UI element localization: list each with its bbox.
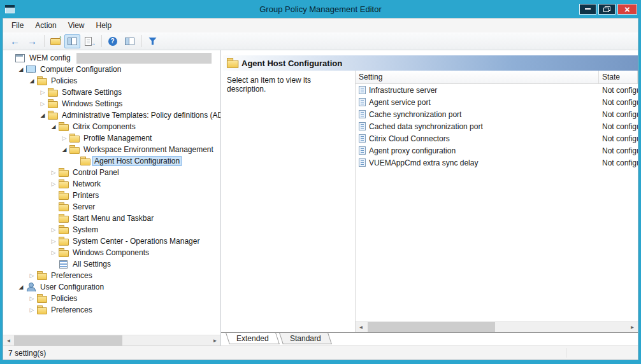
minimize-button[interactable]	[579, 4, 596, 15]
collapse-icon[interactable]: ◢	[17, 284, 25, 290]
setting-name: Citrix Cloud Connectors	[369, 134, 450, 143]
list-horizontal-scrollbar[interactable]: ◄ ►	[356, 321, 638, 332]
setting-cell: Cache synchronization port	[356, 110, 599, 119]
tree-item-label: All Settings	[71, 259, 113, 269]
tree-item-system-center-operations-manager[interactable]: ▷System Center - Operations Manager	[3, 235, 220, 247]
policy-setting-icon	[359, 122, 366, 130]
tree-item-printers[interactable]: Printers	[3, 190, 220, 201]
console-icon	[15, 53, 25, 62]
policy-setting-icon	[359, 86, 366, 94]
setting-cell: Cached data synchronization port	[356, 122, 599, 131]
setting-cell: Infrastructure server	[356, 86, 599, 95]
column-header-state[interactable]: State	[599, 71, 638, 83]
tree-item-preferences[interactable]: ▷Preferences	[3, 270, 220, 281]
title-bar: Group Policy Management Editor	[3, 0, 638, 18]
setting-row-citrix-cloud-connectors[interactable]: Citrix Cloud ConnectorsNot configured	[356, 132, 638, 144]
tree-item-policies[interactable]: ◢Policies	[3, 75, 220, 87]
collapse-icon[interactable]: ◢	[49, 124, 58, 130]
tab-extended[interactable]: Extended	[226, 333, 280, 344]
tree-horizontal-scrollbar[interactable]: ◄ ►	[3, 335, 220, 346]
column-header-setting[interactable]: Setting	[356, 71, 599, 83]
setting-row-cache-synchronization-port[interactable]: Cache synchronization portNot configured	[356, 108, 638, 120]
maximize-button[interactable]	[598, 4, 616, 15]
tree-item-workspace-environment-management[interactable]: ◢Workspace Environment Management	[3, 144, 220, 155]
expand-icon[interactable]: ▷	[38, 101, 47, 107]
setting-name: Infrastructure server	[369, 86, 437, 95]
close-button[interactable]	[617, 4, 637, 15]
tree-item-preferences[interactable]: ▷Preferences	[3, 304, 220, 316]
tree-item-profile-management[interactable]: ▷Profile Management	[3, 132, 220, 144]
tree-item-all-settings[interactable]: All Settings	[3, 258, 220, 270]
tree-item-server[interactable]: Server	[3, 201, 220, 213]
filter-button[interactable]	[145, 34, 161, 48]
scroll-left-icon[interactable]: ◄	[356, 322, 366, 332]
scrollbar-track[interactable]	[366, 322, 627, 332]
tree-item-label: Preferences	[49, 305, 94, 315]
tree-item-label: Citrix Components	[71, 122, 138, 132]
expand-icon[interactable]: ▷	[49, 227, 58, 233]
expand-icon[interactable]: ▷	[49, 250, 58, 256]
policy-setting-icon	[359, 146, 366, 155]
tree-item-computer-configuration[interactable]: ◢Computer Configuration	[3, 64, 220, 75]
menu-view[interactable]: View	[62, 19, 90, 32]
menu-action[interactable]: Action	[29, 19, 62, 32]
toolbar	[3, 32, 638, 50]
main-area: WEM config◢Computer Configuration◢Polici…	[3, 50, 638, 346]
forward-button[interactable]	[24, 34, 40, 48]
tree-item-control-panel[interactable]: ▷Control Panel	[3, 167, 220, 178]
collapse-icon[interactable]: ◢	[60, 147, 69, 153]
expand-icon[interactable]: ▷	[49, 239, 58, 244]
tree-item-policies[interactable]: ▷Policies	[3, 293, 220, 304]
tree-item-software-settings[interactable]: ▷Software Settings	[3, 87, 220, 98]
back-button[interactable]	[7, 34, 23, 48]
tree-item-citrix-components[interactable]: ◢Citrix Components	[3, 121, 220, 132]
tree-item-windows-components[interactable]: ▷Windows Components	[3, 247, 220, 258]
tree-item-system[interactable]: ▷System	[3, 224, 220, 235]
setting-row-agent-proxy-configuration[interactable]: Agent proxy configurationNot configured	[356, 144, 638, 157]
restore-icon	[603, 6, 610, 12]
tree-item-user-configuration[interactable]: ◢User Configuration	[3, 281, 220, 293]
menu-help[interactable]: Help	[90, 19, 118, 32]
collapse-icon[interactable]: ◢	[38, 113, 47, 118]
setting-row-cached-data-synchronization-port[interactable]: Cached data synchronization portNot conf…	[356, 120, 638, 132]
expand-icon[interactable]: ▷	[27, 296, 36, 302]
tree-item-windows-settings[interactable]: ▷Windows Settings	[3, 98, 220, 109]
expand-icon[interactable]: ▷	[27, 273, 36, 279]
show-action-pane-toggle[interactable]	[122, 34, 138, 48]
export-list-button[interactable]	[82, 34, 97, 48]
tree-item-agent-host-configuration[interactable]: Agent Host Configuration	[3, 155, 220, 167]
scroll-right-icon[interactable]: ►	[627, 322, 638, 332]
tree-item-network[interactable]: ▷Network	[3, 178, 220, 190]
expand-icon[interactable]: ▷	[60, 136, 69, 141]
up-one-level-button[interactable]	[47, 34, 63, 48]
setting-row-infrastructure-server[interactable]: Infrastructure serverNot configured	[356, 84, 638, 96]
tree-item-start-menu-and-taskbar[interactable]: Start Menu and Taskbar	[3, 213, 220, 224]
console-tree-pane: WEM config◢Computer Configuration◢Polici…	[3, 50, 221, 346]
collapse-icon[interactable]: ◢	[27, 78, 36, 84]
tree-item-label: Policies	[49, 293, 79, 304]
scroll-left-icon[interactable]: ◄	[3, 335, 14, 346]
scrollbar-track[interactable]	[14, 335, 210, 346]
expand-icon[interactable]: ▷	[49, 181, 58, 187]
scrollbar-thumb[interactable]	[14, 335, 122, 346]
setting-row-agent-service-port[interactable]: Agent service portNot configured	[356, 96, 638, 108]
scroll-right-icon[interactable]: ►	[210, 335, 220, 346]
folder-icon	[36, 294, 47, 303]
setting-name: Cache synchronization port	[369, 110, 461, 119]
expand-icon[interactable]: ▷	[38, 90, 47, 95]
show-console-tree-toggle[interactable]	[64, 34, 80, 48]
folder-icon	[58, 191, 68, 200]
tree-item-wem-config[interactable]: WEM config	[3, 52, 220, 64]
scrollbar-thumb[interactable]	[368, 322, 495, 332]
setting-row-vuemappcmd-extra-sync-delay[interactable]: VUEMAppCmd extra sync delayNot configure…	[356, 157, 638, 169]
status-bar-divider	[566, 348, 566, 358]
tree-item-label: WEM config	[27, 53, 73, 63]
expand-icon[interactable]: ▷	[49, 170, 58, 176]
setting-name: Agent service port	[369, 98, 431, 107]
menu-file[interactable]: File	[6, 19, 29, 32]
collapse-icon[interactable]: ◢	[17, 67, 25, 73]
expand-icon[interactable]: ▷	[27, 307, 36, 313]
tab-standard[interactable]: Standard	[279, 333, 332, 344]
help-button[interactable]	[104, 34, 120, 48]
tree-item-administrative-templates-policy-definitions-ad[interactable]: ◢Administrative Templates: Policy defini…	[3, 109, 220, 121]
